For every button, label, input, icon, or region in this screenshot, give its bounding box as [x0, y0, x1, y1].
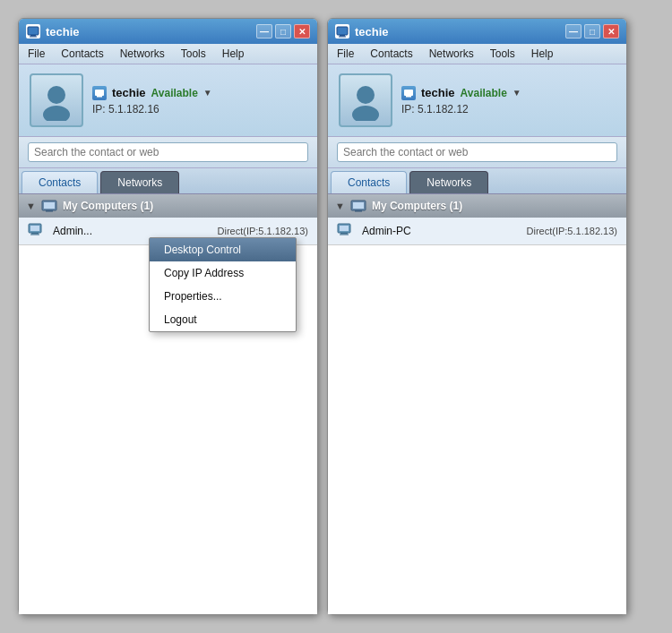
- svg-rect-22: [353, 202, 364, 209]
- svg-rect-9: [46, 210, 53, 212]
- window-title-right: techie: [355, 25, 389, 38]
- profile-name-row-right: techie Available ▼: [401, 86, 521, 100]
- menu-tools-left[interactable]: Tools: [179, 46, 208, 62]
- svg-rect-14: [337, 27, 348, 35]
- svg-rect-13: [30, 235, 39, 235]
- profile-name-left: techie: [112, 86, 146, 99]
- computer-ip-right-0: Direct(IP:5.1.182.13): [527, 226, 618, 236]
- maximize-button-right[interactable]: □: [584, 24, 600, 38]
- title-bar-right: techie — □ ✕: [328, 19, 626, 44]
- context-properties[interactable]: Properties...: [150, 285, 296, 308]
- computer-icon-right-0: [337, 222, 355, 240]
- menu-networks-left[interactable]: Networks: [118, 46, 167, 62]
- window-right: techie — □ ✕ File Contacts Networks Tool…: [327, 18, 627, 615]
- profile-ip-left: IP: 5.1.182.16: [92, 103, 212, 115]
- status-icon-left: [92, 86, 107, 100]
- svg-rect-11: [30, 226, 39, 231]
- computer-name-left-0: Admin...: [53, 225, 211, 237]
- computer-ip-left-0: Direct(IP:5.1.182.13): [218, 226, 309, 236]
- svg-point-4: [43, 106, 70, 121]
- svg-rect-27: [340, 235, 349, 235]
- context-copy-ip[interactable]: Copy IP Address: [150, 261, 296, 285]
- minimize-button-right[interactable]: —: [565, 24, 582, 38]
- group-icon-right: [350, 198, 366, 214]
- title-controls-left: — □ ✕: [256, 24, 310, 38]
- tab-networks-left[interactable]: Networks: [100, 171, 179, 193]
- svg-point-3: [47, 86, 65, 104]
- svg-rect-15: [340, 35, 345, 37]
- svg-rect-20: [406, 96, 411, 98]
- svg-rect-23: [355, 210, 362, 212]
- app-icon-left: [26, 24, 40, 38]
- context-logout[interactable]: Logout: [150, 308, 296, 331]
- group-label-left: My Computers (1): [63, 200, 153, 212]
- svg-rect-0: [28, 27, 39, 35]
- tabs-bar-left: Contacts Networks: [19, 168, 317, 194]
- content-area-right: ▼ My Computers (1) Admin-PC: [328, 194, 626, 614]
- computer-icon-left-0: [28, 222, 46, 240]
- avatar-left: [30, 73, 83, 127]
- close-button-right[interactable]: ✕: [603, 24, 619, 38]
- close-button-left[interactable]: ✕: [294, 24, 310, 38]
- group-header-left[interactable]: ▼ My Computers (1): [19, 194, 317, 218]
- svg-rect-2: [30, 37, 37, 38]
- svg-rect-1: [30, 35, 36, 37]
- profile-info-left: techie Available ▼ IP: 5.1.182.16: [92, 86, 212, 115]
- tab-networks-right[interactable]: Networks: [409, 171, 488, 193]
- profile-area-left: techie Available ▼ IP: 5.1.182.16: [19, 64, 317, 137]
- group-icon-left: [41, 198, 57, 214]
- menu-contacts-left[interactable]: Contacts: [59, 46, 105, 62]
- group-header-right[interactable]: ▼ My Computers (1): [328, 194, 626, 218]
- search-input-right[interactable]: [337, 142, 617, 162]
- group-arrow-left: ▼: [26, 201, 36, 211]
- svg-rect-19: [404, 90, 413, 96]
- tab-contacts-right[interactable]: Contacts: [331, 171, 407, 193]
- profile-status-right: Available: [461, 87, 507, 99]
- profile-ip-right: IP: 5.1.182.12: [401, 103, 521, 115]
- svg-rect-12: [31, 233, 39, 235]
- svg-rect-25: [340, 226, 349, 231]
- computer-row-right-0[interactable]: Admin-PC Direct(IP:5.1.182.13): [328, 218, 626, 245]
- app-icon-right: [335, 24, 349, 38]
- svg-rect-26: [340, 233, 348, 235]
- svg-rect-5: [95, 90, 104, 96]
- menu-file-right[interactable]: File: [335, 46, 356, 62]
- avatar-right: [339, 73, 392, 127]
- maximize-button-left[interactable]: □: [275, 24, 291, 38]
- svg-rect-16: [339, 37, 346, 38]
- menu-bar-left: File Contacts Networks Tools Help: [19, 44, 317, 64]
- context-menu-left: Desktop Control Copy IP Address Properti…: [149, 237, 297, 332]
- window-left: techie — □ ✕ File Contacts Networks Tool…: [18, 18, 318, 615]
- group-label-right: My Computers (1): [372, 200, 462, 212]
- status-dropdown-left[interactable]: ▼: [203, 88, 212, 98]
- menu-bar-right: File Contacts Networks Tools Help: [328, 44, 626, 64]
- status-icon-right: [401, 86, 416, 100]
- search-bar-left: [19, 137, 317, 168]
- title-bar-left: techie — □ ✕: [19, 19, 317, 44]
- context-desktop-control[interactable]: Desktop Control: [150, 238, 296, 261]
- menu-help-right[interactable]: Help: [530, 46, 556, 62]
- content-area-left: ▼ My Computers (1) Admin...: [19, 194, 317, 614]
- computer-name-right-0: Admin-PC: [362, 225, 520, 237]
- menu-help-left[interactable]: Help: [220, 46, 246, 62]
- menu-contacts-right[interactable]: Contacts: [368, 46, 414, 62]
- title-bar-left-section: techie: [26, 24, 80, 38]
- svg-point-17: [357, 86, 375, 104]
- tabs-bar-right: Contacts Networks: [328, 168, 626, 194]
- search-input-left[interactable]: [28, 142, 308, 162]
- title-controls-right: — □ ✕: [565, 24, 619, 38]
- search-bar-right: [328, 137, 626, 168]
- svg-rect-8: [44, 202, 55, 209]
- tab-contacts-left[interactable]: Contacts: [22, 171, 98, 193]
- profile-area-right: techie Available ▼ IP: 5.1.182.12: [328, 64, 626, 137]
- title-bar-right-section: techie: [335, 24, 389, 38]
- group-arrow-right: ▼: [335, 201, 345, 211]
- menu-tools-right[interactable]: Tools: [488, 46, 517, 62]
- status-dropdown-right[interactable]: ▼: [513, 88, 521, 98]
- profile-name-row-left: techie Available ▼: [92, 86, 212, 100]
- menu-file-left[interactable]: File: [26, 46, 47, 62]
- svg-point-18: [352, 106, 379, 121]
- profile-status-left: Available: [151, 87, 198, 99]
- minimize-button-left[interactable]: —: [256, 24, 272, 38]
- menu-networks-right[interactable]: Networks: [427, 46, 476, 62]
